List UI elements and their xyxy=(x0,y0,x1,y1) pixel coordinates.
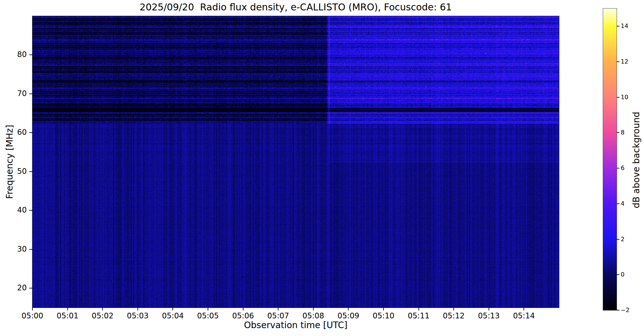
colorbar-tick-mark xyxy=(617,97,619,98)
colorbar-tick-mark xyxy=(617,203,619,204)
x-tick-mark xyxy=(383,308,384,310)
y-axis-label-text: Frequency [MHz] xyxy=(4,125,15,199)
colorbar xyxy=(603,8,617,310)
x-tick-mark xyxy=(208,308,208,310)
colorbar-tick-mark xyxy=(617,168,619,168)
x-tick-label: 05:14 xyxy=(502,311,546,320)
y-tick-mark xyxy=(29,171,32,172)
x-tick-mark xyxy=(278,308,278,310)
y-tick-label: 30 xyxy=(4,245,27,253)
spectrogram-plot-area xyxy=(32,16,559,308)
x-tick-mark xyxy=(137,308,138,310)
colorbar-tick-mark xyxy=(617,239,619,240)
figure: 2025/09/20 Radio flux density, e-CALLIST… xyxy=(0,0,644,336)
x-tick-mark xyxy=(453,308,454,310)
colorbar-tick-mark xyxy=(617,61,619,62)
colorbar-tick-label: −2 xyxy=(621,306,643,313)
x-tick-mark xyxy=(172,308,173,310)
colorbar-tick-label: 12 xyxy=(621,58,643,65)
colorbar-tick-mark xyxy=(617,132,619,133)
x-tick-mark xyxy=(313,308,314,310)
x-tick-mark xyxy=(243,308,244,310)
x-axis-label: Observation time [UTC] xyxy=(32,320,559,330)
y-tick-mark xyxy=(29,249,32,250)
x-tick-mark xyxy=(489,308,489,310)
colorbar-tick-label: 0 xyxy=(621,271,643,278)
colorbar-tick-mark xyxy=(617,26,619,26)
y-tick-label: 80 xyxy=(4,50,27,59)
y-tick-label: 70 xyxy=(4,89,27,98)
y-tick-label: 20 xyxy=(4,283,27,292)
x-tick-mark xyxy=(102,308,103,310)
colorbar-tick-mark xyxy=(617,274,619,275)
colorbar-tick-label: 2 xyxy=(621,236,643,242)
colorbar-tick-label: 10 xyxy=(621,94,643,100)
x-tick-mark xyxy=(524,308,524,310)
figure-title: 2025/09/20 Radio flux density, e-CALLIST… xyxy=(32,2,559,13)
y-tick-mark xyxy=(29,288,32,288)
y-tick-label: 40 xyxy=(4,206,27,214)
colorbar-label-text: dB above background xyxy=(631,112,641,208)
x-tick-mark xyxy=(67,308,68,310)
x-tick-mark xyxy=(348,308,349,310)
x-tick-mark xyxy=(418,308,419,310)
colorbar-tick-mark xyxy=(617,310,619,310)
colorbar-tick-label: 14 xyxy=(621,22,643,29)
y-tick-mark xyxy=(29,94,32,94)
x-tick-mark xyxy=(32,308,33,310)
spectrogram-image xyxy=(32,16,559,308)
y-tick-mark xyxy=(29,54,32,55)
y-tick-mark xyxy=(29,210,32,211)
colorbar-gradient xyxy=(603,9,617,310)
y-tick-mark xyxy=(29,132,32,133)
